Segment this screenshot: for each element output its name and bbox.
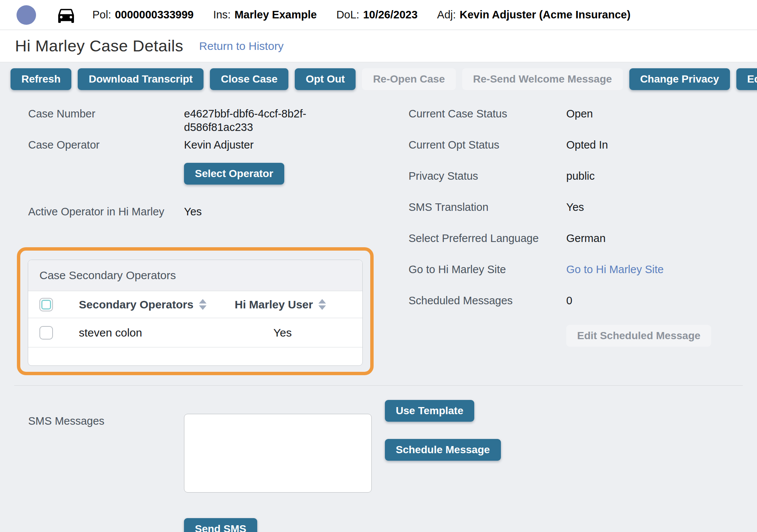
edit-button[interactable]: Edit <box>736 68 757 90</box>
hi-marley-user-value: Yes <box>235 326 292 339</box>
details-columns: Case Number e4627bbf-dbf6-4ccf-8b2f-d586… <box>11 107 746 375</box>
insured-field: Ins:Marley Example <box>213 9 317 21</box>
active-operator-value: Yes <box>184 205 202 218</box>
site-link-row: Go to Hi Marley Site Go to Hi Marley Sit… <box>409 263 746 294</box>
current-opt-status-value: Opted In <box>566 138 608 152</box>
go-to-hi-marley-site-link[interactable]: Go to Hi Marley Site <box>566 263 664 276</box>
sms-translation-value: Yes <box>566 200 584 214</box>
section-divider <box>14 385 743 386</box>
preferred-language-value: German <box>566 231 606 245</box>
operators-column-header[interactable]: Secondary Operators <box>79 298 235 311</box>
refresh-button[interactable]: Refresh <box>11 68 71 90</box>
main-content: Refresh Download Transcript Close Case O… <box>0 62 757 532</box>
scheduled-messages-label: Scheduled Messages <box>409 294 566 307</box>
sort-desc-icon <box>318 305 326 310</box>
select-operator-button[interactable]: Select Operator <box>184 163 284 185</box>
select-all-checkbox[interactable] <box>39 298 53 311</box>
sort-asc-icon <box>199 299 207 304</box>
operator-name: steven colon <box>79 326 142 339</box>
sms-action-buttons: Use Template Schedule Message <box>385 400 501 532</box>
current-opt-status-row: Current Opt Status Opted In <box>409 138 746 169</box>
case-operator-row: Case Operator Kevin Adjuster <box>28 138 368 163</box>
case-details-page: Pol:0000000333999 Ins:Marley Example DoL… <box>0 0 757 532</box>
hi-marley-user-column-label: Hi Marley User <box>235 298 313 311</box>
hi-marley-user-column-header[interactable]: Hi Marley User <box>235 298 351 311</box>
operator-name-cell: steven colon <box>79 326 235 339</box>
secondary-operators-table-header: Secondary Operators Hi Marley User <box>28 291 362 318</box>
sort-icon[interactable] <box>199 299 207 310</box>
active-operator-label: Active Operator in Hi Marley <box>28 205 184 218</box>
secondary-operators-panel: Case Secondary Operators Secondary Opera… <box>28 260 363 366</box>
policy-label: Pol: <box>92 9 111 21</box>
checkbox-focus-ring <box>41 300 51 310</box>
schedule-message-button[interactable]: Schedule Message <box>385 439 501 461</box>
edit-scheduled-message-row: Edit Scheduled Message <box>409 325 746 347</box>
use-template-button[interactable]: Use Template <box>385 400 474 422</box>
current-case-status-row: Current Case Status Open <box>409 107 746 138</box>
select-all-cell <box>39 298 79 311</box>
policy-field: Pol:0000000333999 <box>92 9 194 21</box>
adjuster-label: Adj: <box>437 9 456 21</box>
adjuster-name: Kevin Adjuster (Acme Insurance) <box>460 9 630 21</box>
table-row: steven colon Yes <box>28 318 362 347</box>
page-header: Hi Marley Case Details Return to History <box>0 30 757 62</box>
privacy-status-label: Privacy Status <box>409 169 566 183</box>
date-of-loss-label: DoL: <box>336 9 359 21</box>
status-details-column: Current Case Status Open Current Opt Sta… <box>368 107 746 375</box>
sort-asc-icon <box>318 299 326 304</box>
edit-scheduled-message-button: Edit Scheduled Message <box>566 325 711 347</box>
adjuster-field: Adj:Kevin Adjuster (Acme Insurance) <box>437 9 630 21</box>
sms-translation-label: SMS Translation <box>409 200 566 214</box>
secondary-operators-panel-title: Case Secondary Operators <box>28 260 362 291</box>
sms-messages-label: SMS Messages <box>28 415 184 532</box>
download-transcript-button[interactable]: Download Transcript <box>78 68 204 90</box>
resend-welcome-message-button: Re-Send Welcome Message <box>462 68 623 90</box>
claim-fields: Pol:0000000333999 Ins:Marley Example DoL… <box>92 9 630 21</box>
sms-message-input[interactable] <box>184 414 372 493</box>
case-toolbar: Refresh Download Transcript Close Case O… <box>11 68 746 90</box>
case-number-row: Case Number e4627bbf-dbf6-4ccf-8b2f-d586… <box>28 107 368 138</box>
row-checkbox[interactable] <box>39 326 53 340</box>
car-icon <box>56 5 77 26</box>
operators-column-label: Secondary Operators <box>79 298 193 311</box>
privacy-status-row: Privacy Status public <box>409 169 746 200</box>
sms-translation-row: SMS Translation Yes <box>409 200 746 231</box>
date-of-loss-field: DoL:10/26/2023 <box>336 9 418 21</box>
current-opt-status-label: Current Opt Status <box>409 138 566 152</box>
insured-name: Marley Example <box>234 9 317 21</box>
secondary-operators-highlight: Case Secondary Operators Secondary Opera… <box>17 247 374 375</box>
case-details-column: Case Number e4627bbf-dbf6-4ccf-8b2f-d586… <box>11 107 368 375</box>
insured-label: Ins: <box>213 9 231 21</box>
hi-marley-user-cell: Yes <box>235 326 351 339</box>
close-case-button[interactable]: Close Case <box>210 68 288 90</box>
current-case-status-label: Current Case Status <box>409 107 566 120</box>
sort-desc-icon <box>199 305 207 310</box>
sort-icon[interactable] <box>318 299 326 310</box>
case-operator-label: Case Operator <box>28 138 184 152</box>
date-of-loss-value: 10/26/2023 <box>363 9 418 21</box>
page-title: Hi Marley Case Details <box>15 37 183 55</box>
privacy-status-value: public <box>566 169 595 183</box>
opt-out-button[interactable]: Opt Out <box>295 68 356 90</box>
claim-info-bar: Pol:0000000333999 Ins:Marley Example DoL… <box>0 0 757 30</box>
select-operator-row: Select Operator <box>28 163 368 205</box>
reopen-case-button: Re-Open Case <box>362 68 455 90</box>
sms-section: SMS Messages Send SMS Use Template Sched… <box>11 393 746 532</box>
case-operator-value: Kevin Adjuster <box>184 138 253 152</box>
case-number-label: Case Number <box>28 107 184 120</box>
policy-number: 0000000333999 <box>115 9 194 21</box>
case-number-value: e4627bbf-dbf6-4ccf-8b2f-d586f81ac233 <box>184 107 368 134</box>
send-sms-button[interactable]: Send SMS <box>184 518 257 532</box>
active-operator-row: Active Operator in Hi Marley Yes <box>28 205 368 236</box>
current-case-status-value: Open <box>566 107 593 120</box>
preferred-language-row: Select Preferred Language German <box>409 231 746 263</box>
row-select-cell <box>39 326 79 340</box>
site-link-label: Go to Hi Marley Site <box>409 263 566 276</box>
change-privacy-button[interactable]: Change Privacy <box>629 68 730 90</box>
sms-compose-area: Send SMS <box>184 393 372 532</box>
avatar[interactable] <box>17 5 36 25</box>
table-empty-row <box>28 347 362 365</box>
return-to-history-link[interactable]: Return to History <box>199 40 283 53</box>
scheduled-messages-count: 0 <box>566 294 572 307</box>
preferred-language-label: Select Preferred Language <box>409 231 566 245</box>
